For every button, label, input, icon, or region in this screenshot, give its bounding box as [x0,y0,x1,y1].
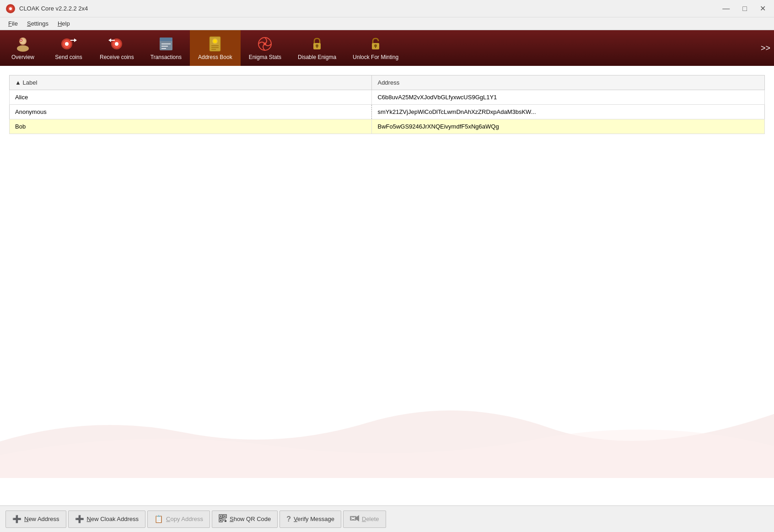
toolbar-enigma-stats[interactable]: Enigma Stats [241,30,290,66]
toolbar-address-book[interactable]: Address Book [190,30,241,66]
delete-label: Delete [362,516,379,522]
delete-button[interactable]: Delete [343,511,386,528]
svg-rect-19 [160,38,172,41]
toolbar-transactions[interactable]: Transactions [142,30,190,66]
svg-point-15 [115,42,118,46]
toolbar: Overview Send coins Receive coins [0,30,774,66]
table-row[interactable]: Bob BwFo5wGS9246JrXNQEivymdfF5xNg6aWQg [10,119,765,134]
verify-message-button[interactable]: ? Verify Message [280,511,341,528]
copy-address-label: Copy Address [166,516,203,522]
window-controls: — □ ✕ [720,4,769,13]
minimize-button[interactable]: — [720,4,732,13]
receive-coins-label: Receive coins [100,54,134,60]
row-label: Anonymous [10,105,372,119]
svg-point-2 [9,7,12,10]
row-address: BwFo5wGS9246JrXNQEivymdfF5xNg6aWQg [372,119,765,134]
svg-marker-12 [74,38,77,42]
send-coins-label: Send coins [55,54,82,60]
menu-bar: File Settings Help [0,17,774,30]
verify-label: Verify Message [294,516,334,522]
svg-point-4 [17,45,29,52]
show-qr-label: Show QR Code [230,516,271,522]
address-book-label: Address Book [198,54,232,60]
menu-settings[interactable]: Settings [22,19,53,28]
column-header-label: ▲ Label [10,75,372,90]
svg-rect-41 [224,516,226,517]
toolbar-overflow[interactable]: >> [757,30,774,66]
svg-point-31 [263,43,266,45]
disable-enigma-icon [309,36,325,52]
row-address: smYk21ZVjJepWiCoDlTcLwmDnAhXzZRDxpAdaM3b… [372,105,765,119]
svg-rect-39 [220,516,221,517]
toolbar-unlock-minting[interactable]: Unlock For Minting [344,30,407,66]
transactions-label: Transactions [150,54,182,60]
address-table: ▲ Label Address Alice C6b8uvA25M2vXJodVb… [9,75,765,134]
main-content: ▲ Label Address Alice C6b8uvA25M2vXJodVb… [0,66,774,505]
svg-point-7 [21,40,22,41]
unlock-minting-icon [367,36,384,52]
toolbar-overview[interactable]: Overview [0,30,46,66]
verify-icon: ? [286,515,291,523]
send-coins-icon [60,36,77,52]
svg-rect-45 [225,519,226,520]
row-address: C6b8uvA25M2vXJodVbGLfyxwcUS9GgL1Y1 [372,90,765,105]
new-cloak-label: New Cloak Address [87,516,139,522]
svg-rect-47 [225,520,226,522]
show-qr-button[interactable]: Show QR Code [212,511,278,528]
new-address-icon: ➕ [12,515,22,523]
disable-enigma-label: Disable Enigma [298,54,336,60]
new-cloak-icon: ➕ [75,515,84,523]
svg-point-26 [213,39,217,43]
enigma-stats-icon [257,36,273,52]
receive-coins-icon [108,36,125,52]
transactions-icon [158,36,174,52]
unlock-minting-label: Unlock For Minting [353,54,398,60]
toolbar-send-coins[interactable]: Send coins [46,30,91,66]
close-button[interactable]: ✕ [757,4,769,13]
new-cloak-address-button[interactable]: ➕ New Cloak Address [68,511,145,528]
delete-icon [350,515,359,523]
new-address-label: New Address [24,516,59,522]
svg-rect-46 [223,520,224,521]
new-address-button[interactable]: ➕ New Address [5,511,66,528]
svg-rect-43 [220,520,221,521]
menu-help[interactable]: Help [53,19,75,28]
app-logo [5,4,16,14]
qr-icon [219,514,227,524]
svg-point-10 [65,42,69,46]
toolbar-disable-enigma[interactable]: Disable Enigma [290,30,344,66]
table-row[interactable]: Alice C6b8uvA25M2vXJodVbGLfyxwcUS9GgL1Y1 [10,90,765,105]
row-label: Bob [10,119,372,134]
overview-icon [15,36,31,52]
toolbar-receive-coins[interactable]: Receive coins [91,30,142,66]
copy-address-button[interactable]: 📋 Copy Address [147,511,210,528]
window-title: CLOAK Core v2.2.2.2 2x4 [19,5,88,12]
menu-file[interactable]: File [4,19,22,28]
enigma-stats-label: Enigma Stats [249,54,281,60]
title-bar-left: CLOAK Core v2.2.2.2 2x4 [5,4,88,14]
svg-rect-44 [223,519,224,520]
copy-address-icon: 📋 [154,515,163,523]
table-wrapper: ▲ Label Address Alice C6b8uvA25M2vXJodVb… [0,66,774,505]
bottom-toolbar: ➕ New Address ➕ New Cloak Address 📋 Copy… [0,505,774,532]
overview-label: Overview [11,54,34,60]
column-header-address: Address [372,75,765,90]
svg-marker-17 [108,38,111,42]
table-row[interactable]: Anonymous smYk21ZVjJepWiCoDlTcLwmDnAhXzZ… [10,105,765,119]
row-label: Alice [10,90,372,105]
address-book-icon [207,36,223,52]
title-bar: CLOAK Core v2.2.2.2 2x4 — □ ✕ [0,0,774,17]
maximize-button[interactable]: □ [740,4,750,13]
